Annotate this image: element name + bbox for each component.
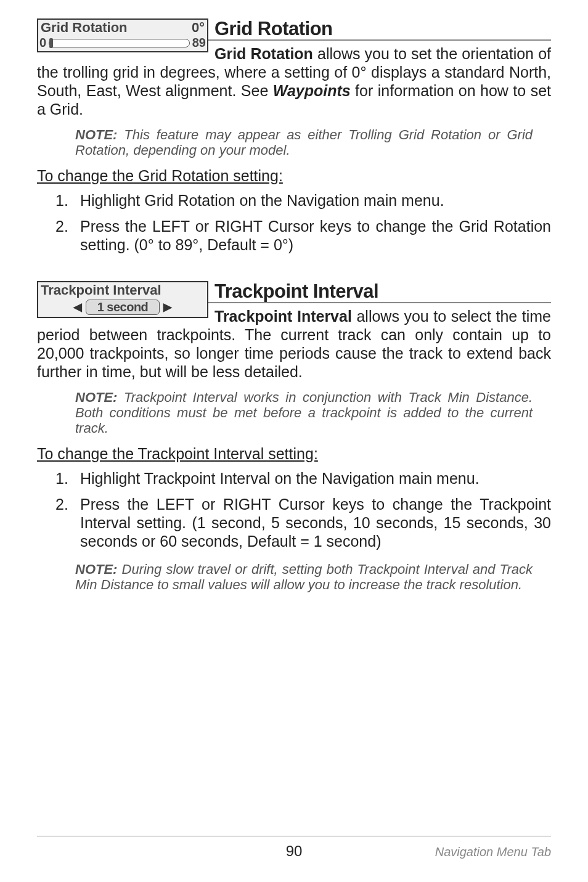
- trackpoint-note-1: NOTE: Trackpoint Interval works in conju…: [75, 390, 533, 436]
- list-item: Press the LEFT or RIGHT Cursor keys to c…: [37, 495, 551, 550]
- trackpoint-selector: ◀ 1 second ▶: [38, 298, 207, 317]
- trackpoint-inset: Trackpoint Interval ◀ 1 second ▶: [37, 281, 208, 318]
- grid-rotation-proc-heading: To change the Grid Rotation setting:: [37, 167, 551, 185]
- slider-min: 0: [39, 36, 46, 50]
- list-item: Press the LEFT or RIGHT Cursor keys to c…: [37, 217, 551, 254]
- inset-title: Trackpoint Interval: [41, 282, 161, 298]
- slider-thumb: [49, 38, 53, 48]
- trackpoint-steps: Highlight Trackpoint Interval on the Nav…: [37, 469, 551, 550]
- footer-tab-label: Navigation Menu Tab: [302, 845, 551, 859]
- grid-rotation-slider: 0 89: [38, 36, 207, 51]
- select-value: 1 second: [86, 300, 160, 315]
- page-footer: 90 Navigation Menu Tab: [37, 836, 551, 860]
- list-item: Highlight Trackpoint Interval on the Nav…: [37, 469, 551, 488]
- grid-rotation-steps: Highlight Grid Rotation on the Navigatio…: [37, 191, 551, 254]
- trackpoint-lead: Trackpoint Interval allows you to select…: [37, 307, 551, 381]
- trackpoint-note-2: NOTE: During slow travel or drift, setti…: [75, 561, 533, 593]
- page-number: 90: [286, 843, 303, 860]
- trackpoint-section: Trackpoint Interval ◀ 1 second ▶ Trackpo…: [37, 281, 551, 381]
- grid-rotation-note: NOTE: This feature may appear as either …: [75, 127, 533, 158]
- slider-max: 89: [192, 36, 206, 50]
- list-item: Highlight Grid Rotation on the Navigatio…: [37, 191, 551, 210]
- chevron-right-icon: ▶: [163, 300, 172, 314]
- inset-title: Grid Rotation: [41, 20, 128, 36]
- trackpoint-proc-heading: To change the Trackpoint Interval settin…: [37, 445, 551, 463]
- grid-rotation-section: Grid Rotation 0° 0 89 Grid Rotation Grid…: [37, 18, 551, 118]
- grid-rotation-lead: Grid Rotation allows you to set the orie…: [37, 44, 551, 118]
- inset-value: 0°: [192, 20, 205, 36]
- grid-rotation-inset: Grid Rotation 0° 0 89: [37, 18, 208, 52]
- chevron-left-icon: ◀: [73, 300, 82, 314]
